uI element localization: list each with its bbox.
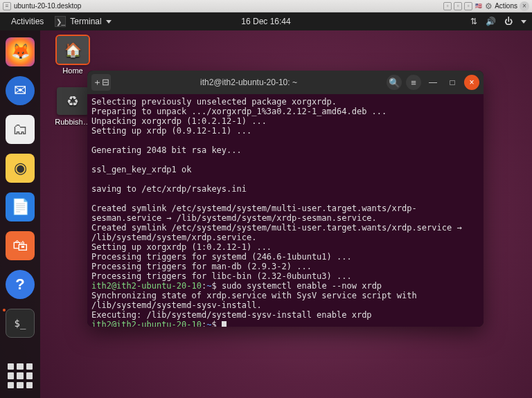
dock-firefox[interactable]: 🦊 (6, 37, 35, 66)
host-menu-icon[interactable]: ≡ (3, 2, 11, 10)
host-titlebar: ≡ ubuntu-20-10.desktop ▫ ▫ ▫ 🇺🇸 ⚙ Action… (0, 0, 532, 12)
dock-terminal[interactable]: $_ (6, 309, 35, 338)
tray-chevron-down-icon (521, 20, 526, 24)
host-icon-1[interactable]: ▫ (443, 2, 452, 10)
network-icon[interactable]: ⇅ (470, 17, 477, 26)
host-flag-icon[interactable]: 🇺🇸 (475, 2, 483, 10)
clock[interactable]: 16 Dec 16:44 (241, 17, 290, 26)
host-close-button[interactable]: × (520, 1, 529, 11)
terminal-app-icon: ❯_ (55, 16, 66, 27)
app-menu[interactable]: ❯_ Terminal (49, 15, 116, 28)
dock-running-indicator (3, 309, 6, 311)
volume-icon[interactable]: 🔊 (486, 17, 496, 26)
maximize-button[interactable]: □ (445, 75, 460, 90)
dock-show-applications[interactable] (8, 363, 33, 388)
host-actions-label[interactable]: Actions (495, 2, 517, 10)
chevron-down-icon (106, 20, 112, 24)
cursor (222, 321, 227, 327)
gnome-top-bar: Activities ❯_ Terminal 16 Dec 16:44 ⇅ 🔊 … (0, 12, 532, 30)
terminal-output[interactable]: Selecting previously unselected package … (87, 94, 484, 327)
dock-help[interactable]: ? (6, 270, 35, 299)
host-icon-3[interactable]: ▫ (464, 2, 472, 10)
app-menu-label: Terminal (70, 17, 101, 26)
home-folder-icon: 🏠 (57, 36, 89, 64)
dock: 🦊 ✉ 🗂 ◉ 📄 🛍 ? $_ (0, 30, 40, 398)
search-button[interactable]: 🔍 (387, 75, 402, 90)
trash-icon: ♻ (57, 87, 89, 115)
host-icon-2[interactable]: ▫ (454, 2, 462, 10)
minimize-button[interactable]: — (425, 75, 441, 90)
system-tray[interactable]: ⇅ 🔊 ⏻ (470, 17, 526, 26)
hamburger-menu-button[interactable]: ≡ (406, 75, 421, 90)
terminal-window: ＋⊟ ith2@ith2-ubuntu-20-10: ~ 🔍 ≡ — □ × S… (87, 71, 484, 327)
host-title: ubuntu-20-10.desktop (11, 2, 443, 10)
desktop[interactable]: 🦊 ✉ 🗂 ◉ 📄 🛍 ? $_ 🏠 Home ♻ Rubbish… ＋⊟ it… (0, 30, 532, 398)
desktop-icon-home[interactable]: 🏠 Home (48, 36, 97, 75)
new-tab-button[interactable]: ＋⊟ (91, 74, 111, 91)
dock-rhythmbox[interactable]: ◉ (6, 154, 35, 183)
terminal-headerbar[interactable]: ＋⊟ ith2@ith2-ubuntu-20-10: ~ 🔍 ≡ — □ × (87, 71, 484, 94)
dock-writer[interactable]: 📄 (6, 192, 35, 221)
dock-files[interactable]: 🗂 (6, 115, 35, 144)
dock-software[interactable]: 🛍 (6, 231, 35, 260)
gear-icon[interactable]: ⚙ (485, 1, 493, 11)
dock-thunderbird[interactable]: ✉ (6, 76, 35, 105)
activities-button[interactable]: Activities (6, 15, 49, 28)
close-button[interactable]: × (464, 75, 479, 90)
terminal-title: ith2@ith2-ubuntu-20-10: ~ (115, 78, 382, 87)
power-icon[interactable]: ⏻ (504, 17, 513, 26)
